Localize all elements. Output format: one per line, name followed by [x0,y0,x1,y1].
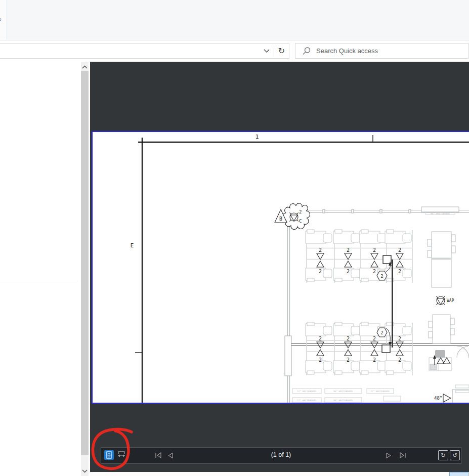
chevron-down-icon [81,467,89,474]
wap-symbol: WAP [436,296,454,305]
ribbon-clipped-text: s [0,15,1,23]
svg-text:72" WHITEBOARD: 72" WHITEBOARD [297,399,316,402]
svg-text:72" WHITEBOARD: 72" WHITEBOARD [297,390,316,393]
next-page-button[interactable] [386,453,391,458]
search-box[interactable] [295,43,468,59]
double-door [457,346,469,358]
pdf-preview-toolbar: (1 of 1) ↻ ↺ [101,447,461,464]
refresh-icon: ↻ [278,47,285,55]
search-icon [303,47,311,55]
svg-text:72" WHITEBOARD: 72" WHITEBOARD [370,390,390,393]
scrollbar-thumb[interactable] [81,71,89,455]
last-page-icon [399,452,406,458]
grid-column-label: 1 [255,134,259,140]
bottom-whiteboard-labels: 72" WHITEBOARD 96" WHITEBOARD 72" WHITEB… [297,390,390,402]
svg-text:96" WHITEBOARD: 96" WHITEBOARD [333,399,353,402]
svg-text:96" WHITEBOARD: 96" WHITEBOARD [333,390,353,393]
revision-cloud: 2 C [282,203,310,230]
grid-lines [135,135,469,403]
scrollbar-down-button[interactable] [81,467,89,474]
equipment-desk [429,350,451,371]
rotate-counterclockwise-icon: ↺ [452,453,457,458]
pdf-preview-viewer: 2 2 2 [90,62,469,472]
file-explorer-window: s ↻ [0,0,469,476]
pane-divider [0,281,77,281]
search-input[interactable] [315,47,459,55]
address-row: ↻ [0,40,469,62]
svg-text:B: B [279,216,282,222]
svg-text:48": 48" [434,396,442,401]
floor-plan-drawing: 2 2 2 [93,132,469,403]
address-bar[interactable]: ↻ [0,43,289,59]
ribbon-left-edge: s [0,0,7,40]
conference-tables [428,232,455,343]
pdf-page[interactable]: 2 2 2 [92,131,469,404]
grid-row-label: E [131,242,134,249]
svg-text:WAP: WAP [447,298,454,303]
rotate-clockwise-icon: ↻ [441,453,445,458]
navigation-pane [0,62,77,476]
svg-text:2: 2 [299,209,302,214]
rotate-counterclockwise-button[interactable]: ↺ [450,450,460,460]
page-indicator: (1 of 1) [101,451,461,458]
rotate-clockwise-button[interactable]: ↻ [438,450,448,460]
last-page-button[interactable] [399,452,406,458]
mount-height-detail: 48" [434,385,469,403]
selection-chip [449,472,468,476]
bottom-strip [90,472,469,476]
wall-whiteboard: 96" WHITEBOARD [421,207,459,215]
chevron-up-icon [81,64,89,71]
ribbon-area: s [0,0,469,40]
svg-text:C: C [299,219,302,224]
red-circle-annotation [91,426,137,472]
next-page-icon [386,453,391,458]
chevron-down-icon [264,49,270,53]
svg-text:96" WHITEBOARD: 96" WHITEBOARD [431,212,450,215]
address-dropdown-button[interactable] [259,44,274,58]
refresh-button[interactable]: ↻ [274,44,289,58]
vertical-scrollbar[interactable] [81,62,89,476]
scrollbar-up-button[interactable] [81,63,89,71]
